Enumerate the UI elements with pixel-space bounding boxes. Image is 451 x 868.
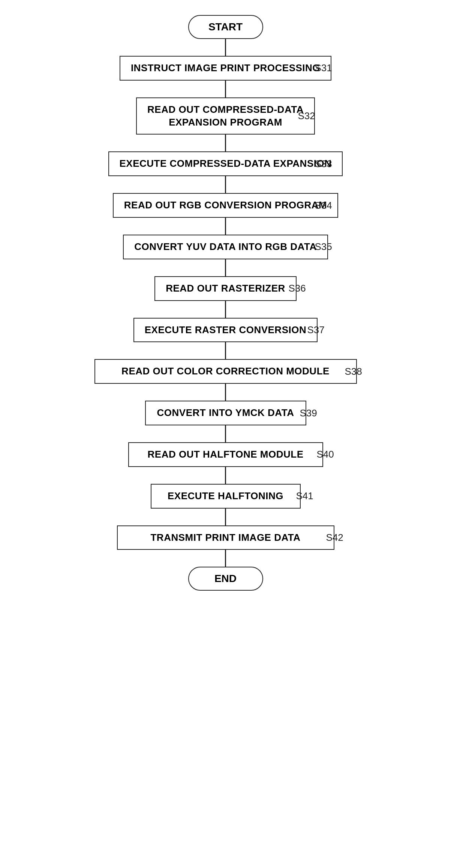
s39-label: S39 [300, 407, 317, 419]
s41-box: EXECUTE HALFTONING [151, 484, 301, 509]
s38-label: S38 [345, 366, 362, 377]
s33-label: S33 [315, 158, 332, 170]
s40-box: READ OUT HALFTONE MODULE [128, 442, 323, 467]
connector-3 [225, 176, 226, 193]
s37-label: S37 [307, 324, 325, 336]
connector-8 [225, 384, 226, 401]
connector-11 [225, 509, 226, 525]
s32-node: READ OUT COMPRESSED-DATAEXPANSION PROGRA… [7, 97, 444, 135]
connector-12 [225, 550, 226, 567]
s32-label: S32 [298, 110, 315, 122]
s37-node: EXECUTE RASTER CONVERSION S37 [7, 318, 444, 343]
connector-2 [225, 135, 226, 151]
s38-box: READ OUT COLOR CORRECTION MODULE [94, 359, 357, 384]
s38-node: READ OUT COLOR CORRECTION MODULE S38 [7, 359, 444, 384]
s31-node: INSTRUCT IMAGE PRINT PROCESSING S31 [7, 56, 444, 81]
connector-0 [225, 39, 226, 56]
s35-box: CONVERT YUV DATA INTO RGB DATA [123, 235, 328, 259]
connector-4 [225, 218, 226, 235]
s36-box: READ OUT RASTERIZER [154, 276, 297, 301]
connector-7 [225, 342, 226, 359]
connector-5 [225, 259, 226, 276]
s39-node: CONVERT INTO YMCK DATA S39 [7, 401, 444, 425]
s34-label: S34 [315, 200, 332, 211]
s39-box: CONVERT INTO YMCK DATA [145, 401, 306, 425]
connector-9 [225, 425, 226, 442]
end-node: END [7, 567, 444, 591]
s37-box: EXECUTE RASTER CONVERSION [133, 318, 318, 343]
s42-box: TRANSMIT PRINT IMAGE DATA [117, 525, 334, 550]
s40-node: READ OUT HALFTONE MODULE S40 [7, 442, 444, 467]
start-box: START [188, 15, 263, 39]
s35-label: S35 [315, 241, 332, 253]
s36-node: READ OUT RASTERIZER S36 [7, 276, 444, 301]
s40-label: S40 [317, 449, 334, 460]
s42-label: S42 [326, 532, 343, 543]
flowchart: START INSTRUCT IMAGE PRINT PROCESSING S3… [0, 0, 451, 606]
connector-6 [225, 301, 226, 318]
s34-box: READ OUT RGB CONVERSION PROGRAM [113, 193, 338, 218]
s42-node: TRANSMIT PRINT IMAGE DATA S42 [7, 525, 444, 550]
s33-node: EXECUTE COMPRESSED-DATA EXPANSION S33 [7, 151, 444, 176]
s41-node: EXECUTE HALFTONING S41 [7, 484, 444, 509]
connector-10 [225, 467, 226, 484]
s31-box: INSTRUCT IMAGE PRINT PROCESSING [120, 56, 331, 81]
end-box: END [188, 567, 263, 591]
s41-label: S41 [296, 490, 313, 502]
s32-box: READ OUT COMPRESSED-DATAEXPANSION PROGRA… [136, 97, 315, 135]
s36-label: S36 [289, 283, 306, 294]
s34-node: READ OUT RGB CONVERSION PROGRAM S34 [7, 193, 444, 218]
s31-label: S31 [315, 62, 332, 74]
connector-1 [225, 81, 226, 97]
s33-box: EXECUTE COMPRESSED-DATA EXPANSION [108, 151, 343, 176]
start-node: START [7, 15, 444, 39]
s35-node: CONVERT YUV DATA INTO RGB DATA S35 [7, 235, 444, 259]
